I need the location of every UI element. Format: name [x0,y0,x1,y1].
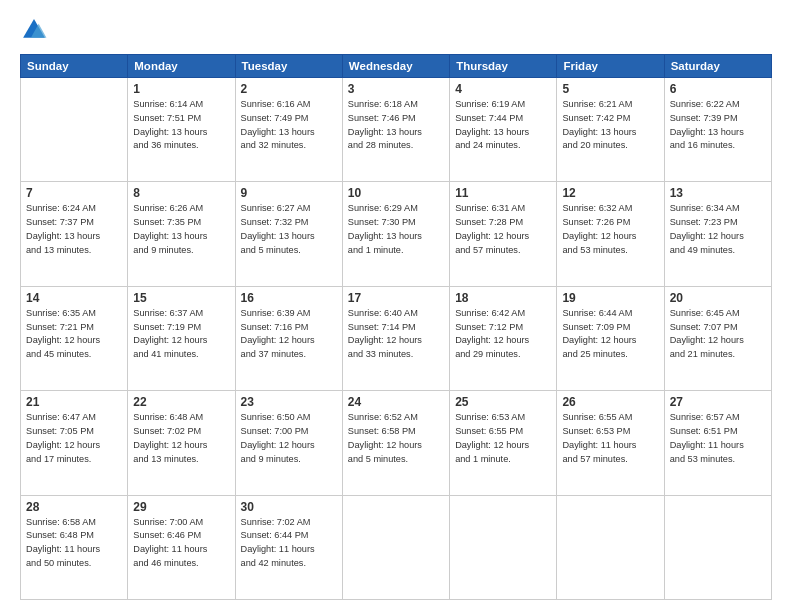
calendar-cell: 16Sunrise: 6:39 AMSunset: 7:16 PMDayligh… [235,286,342,390]
calendar-cell: 7Sunrise: 6:24 AMSunset: 7:37 PMDaylight… [21,182,128,286]
logo [20,16,52,44]
calendar-cell: 13Sunrise: 6:34 AMSunset: 7:23 PMDayligh… [664,182,771,286]
day-number: 18 [455,291,551,305]
day-info: Sunrise: 6:44 AMSunset: 7:09 PMDaylight:… [562,307,658,362]
day-number: 25 [455,395,551,409]
day-number: 13 [670,186,766,200]
calendar-cell: 20Sunrise: 6:45 AMSunset: 7:07 PMDayligh… [664,286,771,390]
day-info: Sunrise: 6:40 AMSunset: 7:14 PMDaylight:… [348,307,444,362]
day-number: 11 [455,186,551,200]
day-number: 1 [133,82,229,96]
calendar-cell: 17Sunrise: 6:40 AMSunset: 7:14 PMDayligh… [342,286,449,390]
day-info: Sunrise: 6:42 AMSunset: 7:12 PMDaylight:… [455,307,551,362]
day-number: 9 [241,186,337,200]
calendar-cell: 18Sunrise: 6:42 AMSunset: 7:12 PMDayligh… [450,286,557,390]
calendar-cell: 24Sunrise: 6:52 AMSunset: 6:58 PMDayligh… [342,391,449,495]
calendar-cell: 10Sunrise: 6:29 AMSunset: 7:30 PMDayligh… [342,182,449,286]
calendar-cell: 11Sunrise: 6:31 AMSunset: 7:28 PMDayligh… [450,182,557,286]
day-info: Sunrise: 6:35 AMSunset: 7:21 PMDaylight:… [26,307,122,362]
day-info: Sunrise: 6:19 AMSunset: 7:44 PMDaylight:… [455,98,551,153]
day-info: Sunrise: 6:14 AMSunset: 7:51 PMDaylight:… [133,98,229,153]
day-number: 29 [133,500,229,514]
calendar-cell: 29Sunrise: 7:00 AMSunset: 6:46 PMDayligh… [128,495,235,599]
calendar-table: SundayMondayTuesdayWednesdayThursdayFrid… [20,54,772,600]
day-info: Sunrise: 6:48 AMSunset: 7:02 PMDaylight:… [133,411,229,466]
day-header-monday: Monday [128,55,235,78]
day-number: 17 [348,291,444,305]
day-header-sunday: Sunday [21,55,128,78]
week-row-4: 21Sunrise: 6:47 AMSunset: 7:05 PMDayligh… [21,391,772,495]
calendar-cell: 27Sunrise: 6:57 AMSunset: 6:51 PMDayligh… [664,391,771,495]
day-info: Sunrise: 6:21 AMSunset: 7:42 PMDaylight:… [562,98,658,153]
day-number: 4 [455,82,551,96]
day-number: 15 [133,291,229,305]
calendar-cell: 5Sunrise: 6:21 AMSunset: 7:42 PMDaylight… [557,78,664,182]
calendar-cell: 8Sunrise: 6:26 AMSunset: 7:35 PMDaylight… [128,182,235,286]
day-info: Sunrise: 6:53 AMSunset: 6:55 PMDaylight:… [455,411,551,466]
day-number: 12 [562,186,658,200]
calendar-cell [450,495,557,599]
day-info: Sunrise: 6:27 AMSunset: 7:32 PMDaylight:… [241,202,337,257]
logo-icon [20,16,48,44]
calendar-cell [21,78,128,182]
day-number: 21 [26,395,122,409]
day-number: 26 [562,395,658,409]
calendar-cell: 9Sunrise: 6:27 AMSunset: 7:32 PMDaylight… [235,182,342,286]
day-info: Sunrise: 6:29 AMSunset: 7:30 PMDaylight:… [348,202,444,257]
day-number: 20 [670,291,766,305]
day-number: 23 [241,395,337,409]
day-number: 3 [348,82,444,96]
calendar-cell [664,495,771,599]
calendar-cell: 26Sunrise: 6:55 AMSunset: 6:53 PMDayligh… [557,391,664,495]
week-row-2: 7Sunrise: 6:24 AMSunset: 7:37 PMDaylight… [21,182,772,286]
day-number: 28 [26,500,122,514]
calendar-cell: 21Sunrise: 6:47 AMSunset: 7:05 PMDayligh… [21,391,128,495]
day-header-thursday: Thursday [450,55,557,78]
day-number: 6 [670,82,766,96]
header [20,16,772,44]
calendar-cell: 19Sunrise: 6:44 AMSunset: 7:09 PMDayligh… [557,286,664,390]
day-number: 2 [241,82,337,96]
calendar-cell: 4Sunrise: 6:19 AMSunset: 7:44 PMDaylight… [450,78,557,182]
calendar-cell: 2Sunrise: 6:16 AMSunset: 7:49 PMDaylight… [235,78,342,182]
day-info: Sunrise: 6:55 AMSunset: 6:53 PMDaylight:… [562,411,658,466]
day-header-tuesday: Tuesday [235,55,342,78]
day-info: Sunrise: 6:24 AMSunset: 7:37 PMDaylight:… [26,202,122,257]
day-info: Sunrise: 6:39 AMSunset: 7:16 PMDaylight:… [241,307,337,362]
day-number: 14 [26,291,122,305]
day-number: 10 [348,186,444,200]
day-info: Sunrise: 6:18 AMSunset: 7:46 PMDaylight:… [348,98,444,153]
day-number: 30 [241,500,337,514]
day-info: Sunrise: 6:26 AMSunset: 7:35 PMDaylight:… [133,202,229,257]
calendar-cell: 15Sunrise: 6:37 AMSunset: 7:19 PMDayligh… [128,286,235,390]
day-number: 16 [241,291,337,305]
calendar-cell: 12Sunrise: 6:32 AMSunset: 7:26 PMDayligh… [557,182,664,286]
day-info: Sunrise: 6:37 AMSunset: 7:19 PMDaylight:… [133,307,229,362]
day-header-wednesday: Wednesday [342,55,449,78]
day-info: Sunrise: 6:45 AMSunset: 7:07 PMDaylight:… [670,307,766,362]
calendar-cell: 30Sunrise: 7:02 AMSunset: 6:44 PMDayligh… [235,495,342,599]
day-header-saturday: Saturday [664,55,771,78]
day-number: 7 [26,186,122,200]
day-number: 22 [133,395,229,409]
calendar-cell: 6Sunrise: 6:22 AMSunset: 7:39 PMDaylight… [664,78,771,182]
page: SundayMondayTuesdayWednesdayThursdayFrid… [0,0,792,612]
day-info: Sunrise: 6:50 AMSunset: 7:00 PMDaylight:… [241,411,337,466]
calendar-cell: 22Sunrise: 6:48 AMSunset: 7:02 PMDayligh… [128,391,235,495]
calendar-cell: 25Sunrise: 6:53 AMSunset: 6:55 PMDayligh… [450,391,557,495]
day-header-friday: Friday [557,55,664,78]
day-info: Sunrise: 6:34 AMSunset: 7:23 PMDaylight:… [670,202,766,257]
calendar-cell: 14Sunrise: 6:35 AMSunset: 7:21 PMDayligh… [21,286,128,390]
day-info: Sunrise: 6:58 AMSunset: 6:48 PMDaylight:… [26,516,122,571]
calendar-cell [557,495,664,599]
day-info: Sunrise: 6:47 AMSunset: 7:05 PMDaylight:… [26,411,122,466]
day-number: 5 [562,82,658,96]
calendar-cell: 3Sunrise: 6:18 AMSunset: 7:46 PMDaylight… [342,78,449,182]
day-info: Sunrise: 6:31 AMSunset: 7:28 PMDaylight:… [455,202,551,257]
day-info: Sunrise: 6:52 AMSunset: 6:58 PMDaylight:… [348,411,444,466]
week-row-3: 14Sunrise: 6:35 AMSunset: 7:21 PMDayligh… [21,286,772,390]
calendar-cell [342,495,449,599]
day-number: 19 [562,291,658,305]
day-number: 27 [670,395,766,409]
day-info: Sunrise: 7:02 AMSunset: 6:44 PMDaylight:… [241,516,337,571]
